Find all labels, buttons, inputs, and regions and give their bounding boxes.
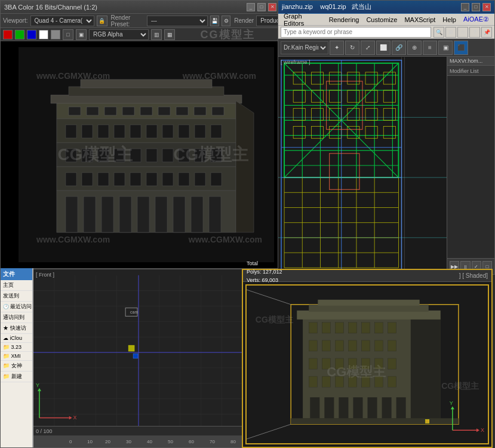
svg-marker-67 — [236, 101, 254, 232]
color-swatch-red[interactable] — [3, 30, 13, 39]
right-panel-header: MAXVr.hom... — [447, 57, 494, 66]
render-preset-save-icon[interactable]: 💾 — [210, 16, 219, 26]
render-window: 3BA Color 16 Bits/Channel (1:2) _ □ ✕ Vi… — [0, 0, 281, 269]
max-right-panel: MAXVr.hom... Modifier List ▶▶ || ✓ □ — [447, 57, 494, 274]
render-window-controls: _ □ ✕ — [247, 3, 276, 11]
svg-rect-55 — [66, 197, 78, 232]
select-filter-dropdown[interactable]: Dr.Kain Regiments — [281, 41, 328, 54]
toolbar-rotate-btn[interactable]: ↻ — [345, 41, 359, 55]
toolbar-select-btn[interactable]: ⬜ — [376, 41, 391, 55]
svg-rect-59 — [137, 197, 149, 232]
maximize-button[interactable]: □ — [257, 3, 266, 11]
color-swatch-blue[interactable] — [27, 30, 36, 39]
color-swatch-green[interactable] — [15, 30, 24, 39]
bottom-right-top-bar: Total Polys: 127,012 Verts: 69,003 FPS: … — [243, 270, 491, 282]
sidebar-send[interactable]: 发送到 — [1, 291, 32, 302]
toolbar-group-btn[interactable]: ▣ — [438, 41, 453, 55]
render-preset-settings-icon[interactable]: ⚙ — [222, 16, 230, 26]
channel-icon-4[interactable]: ▦ — [164, 29, 175, 40]
frame-indicator: 0 / 100 — [33, 426, 244, 435]
svg-rect-36 — [82, 149, 93, 162]
channel-icon-2[interactable]: ▣ — [76, 29, 87, 40]
timeline-num-80: 80 — [230, 439, 236, 444]
svg-rect-63 — [209, 197, 221, 232]
timeline-num-0: 0 — [69, 439, 72, 444]
sidebar-323[interactable]: 📁 3.23 — [1, 343, 32, 352]
svg-rect-22 — [176, 107, 188, 115]
menu-rendering[interactable]: Rendering — [326, 16, 362, 24]
svg-rect-58 — [119, 197, 131, 232]
toolbar-move-btn[interactable]: ✦ — [330, 41, 344, 55]
render-canvas-inner: www.CGMXW.com www.CGMXW.com www.CGMXW.co… — [19, 47, 274, 262]
minimize-button[interactable]: _ — [247, 3, 255, 11]
max-maximize-button[interactable]: □ — [472, 3, 480, 11]
building-render-svg — [33, 65, 260, 244]
toolbar-align-btn[interactable]: ≡ — [423, 41, 437, 55]
bottom-left-viewport-label: [ Front ] — [36, 272, 54, 278]
max-menu-bar: Graph Editors Rendering Customize MAXScr… — [278, 14, 494, 26]
svg-rect-48 — [114, 173, 125, 186]
svg-rect-31 — [162, 125, 173, 138]
close-button[interactable]: ✕ — [268, 3, 276, 11]
shaded-label: ] [ Shaded] — [459, 272, 488, 279]
svg-rect-205 — [339, 397, 348, 418]
menu-help[interactable]: Help — [439, 16, 459, 24]
max-search-input[interactable] — [281, 27, 431, 38]
bottom-left-viewport: [ Front ] — [33, 269, 244, 435]
channel-icon-3[interactable]: ▥ — [151, 29, 162, 40]
menu-customize[interactable]: Customize — [363, 16, 400, 24]
svg-rect-21 — [158, 107, 170, 115]
max-close-button[interactable]: ✕ — [482, 3, 491, 11]
toolbar-mirror-btn[interactable]: ⊕ — [407, 41, 422, 55]
search-region-icon[interactable]: ⊞ — [445, 27, 456, 38]
color-swatch-white[interactable] — [39, 30, 48, 39]
sidebar-quickaccess[interactable]: ★ 快速访 — [1, 323, 32, 334]
sidebar-access[interactable]: 通访问到 — [1, 312, 32, 323]
menu-graph-editors[interactable]: Graph Editors — [281, 12, 325, 27]
max-viewport-label: [ wireframe ] — [281, 59, 310, 65]
max-window-title: jianzhu.zip wq01.zip 武当山 — [282, 2, 371, 11]
sidebar-icloud[interactable]: ☁ iClou — [1, 334, 32, 343]
sidebar-new[interactable]: 📁 新建 — [1, 372, 32, 382]
svg-rect-19 — [122, 107, 134, 115]
svg-rect-204 — [324, 397, 334, 418]
svg-rect-44 — [211, 149, 222, 162]
search-zoom-icon[interactable]: 🔍 — [433, 27, 444, 38]
svg-rect-188 — [388, 340, 396, 351]
toolbar-link-btn[interactable]: 🔗 — [392, 41, 406, 55]
sidebar-recent[interactable]: 🕐最近访问 — [1, 302, 32, 312]
svg-rect-56 — [84, 197, 96, 232]
channel-icon-1[interactable]: □ — [63, 29, 73, 40]
svg-text:CG模型主: CG模型主 — [327, 364, 386, 379]
modifier-list-content — [447, 76, 494, 258]
menu-maxscript[interactable]: MAXScript — [401, 16, 438, 24]
search-help-icon[interactable]: ? — [469, 27, 480, 38]
lock-icon[interactable]: 🔒 — [97, 16, 107, 26]
sidebar-home[interactable]: 主页 — [1, 280, 32, 291]
viewport-select[interactable]: Quad 4 - Camera( — [30, 16, 94, 26]
timeline-num-40: 40 — [147, 439, 152, 444]
max-viewport: [ wireframe ] — [278, 57, 447, 274]
svg-rect-186 — [361, 340, 370, 351]
file-sidebar-header: 文件 — [1, 268, 32, 280]
toolbar-render-btn[interactable]: ⬛ — [454, 41, 468, 55]
svg-rect-54 — [211, 173, 222, 186]
svg-rect-206 — [353, 397, 362, 418]
svg-rect-157 — [133, 354, 138, 358]
search-pin-icon[interactable]: 📌 — [481, 27, 492, 38]
search-select-icon[interactable]: ☆ — [457, 27, 468, 38]
render-second-toolbar: □ ▣ RGB Alpha ▥ ▦ CG模型主 — [1, 28, 280, 41]
svg-rect-46 — [82, 173, 93, 186]
color-swatch-gray[interactable] — [51, 30, 60, 39]
svg-rect-25 — [66, 125, 76, 138]
svg-rect-196 — [309, 376, 317, 387]
render-preset-select[interactable]: --- — [147, 16, 208, 26]
toolbar-scale-btn[interactable]: ⤢ — [361, 41, 375, 55]
menu-aioae[interactable]: AiOAE② — [460, 15, 492, 24]
render-toolbar-middle: Render Preset: --- 💾 ⚙ — [111, 14, 231, 27]
max-minimize-button[interactable]: _ — [461, 3, 469, 11]
sidebar-xmi[interactable]: 📁 XMI — [1, 352, 32, 361]
channel-select[interactable]: RGB Alpha — [89, 29, 149, 40]
sidebar-goddess[interactable]: 📁 女神 — [1, 361, 32, 372]
timeline-numbers: 0 10 20 30 40 50 60 70 80 90 100 — [33, 435, 244, 447]
